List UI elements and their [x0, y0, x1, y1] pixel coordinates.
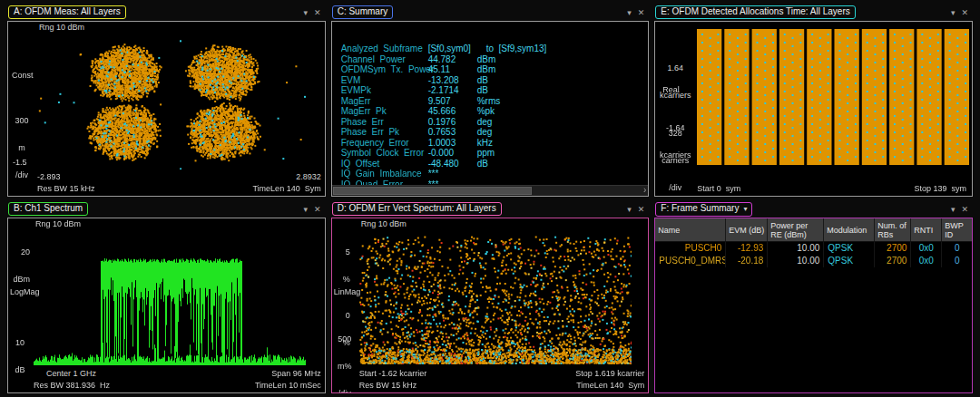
panel-f-titlebar: F: Frame Summary▾ ▾ ✕	[654, 201, 973, 218]
close-icon[interactable]: ✕	[638, 6, 645, 19]
panel-detected-allocations: E: OFDM Detected Allocations Time: All L…	[654, 5, 973, 197]
panel-summary: C: Summary ▾ ✕ Analyzed Subframe[Sf0,sym…	[331, 5, 650, 197]
x-axis-start-label: Start -1.62 kcarrier	[359, 369, 427, 378]
panel-f-table-area: NameEVM (dB)Power per RE (dBm)Modulation…	[654, 218, 973, 393]
table-cell: 0x0	[911, 242, 942, 255]
menu-icon[interactable]: ▾	[304, 203, 309, 216]
summary-label: MagErr	[341, 96, 428, 106]
scroll-right-icon[interactable]: ›	[643, 186, 646, 195]
close-icon[interactable]: ✕	[961, 6, 968, 19]
summary-value: 0.1976	[428, 117, 474, 127]
spectrum-plot[interactable]	[34, 229, 306, 365]
summary-value: 0.7653	[428, 127, 474, 137]
close-icon[interactable]: ✕	[314, 6, 321, 19]
summary-row: MagErr Pk45.666%pk	[341, 106, 645, 117]
summary-value: 1.0003	[428, 138, 474, 148]
panel-a-title[interactable]: A: OFDM Meas: All Layers	[8, 5, 126, 19]
summary-unit: to [Sf9,sym13]	[486, 44, 547, 53]
x-axis-stop-label: Stop 139 sym	[914, 184, 966, 193]
table-cell: 0x0	[911, 255, 942, 267]
scale-div: /div	[8, 170, 35, 179]
table-row[interactable]: PUSCH0-12.9310.00QPSK27000x00	[655, 242, 972, 255]
table-row[interactable]: PUSCH0_DMRS-20.1810.00QPSK27000x00	[655, 255, 972, 267]
panel-f-title-text: F: Frame Summary	[661, 203, 739, 213]
column-header: EVM (dB)	[726, 218, 768, 241]
scale-per-div-label: 10 dB /div	[8, 320, 32, 393]
summary-unit: dB	[477, 159, 488, 169]
scale-value: 300	[8, 116, 35, 125]
table-header-row: NameEVM (dB)Power per RE (dBm)Modulation…	[655, 218, 972, 242]
panel-b-plot-area: Rng 10 dBm 20 dBm LogMag 10 dB /div Cent…	[7, 218, 326, 393]
summary-value: -48.480	[428, 159, 474, 169]
panel-f-window-controls: ▾ ✕	[951, 203, 968, 216]
summary-label: Channel Power	[341, 54, 428, 64]
panel-b-window-controls: ▾ ✕	[304, 203, 321, 216]
time-len-label: TimeLen 140 Sym	[252, 184, 320, 193]
close-icon[interactable]: ✕	[961, 203, 968, 216]
panel-d-title[interactable]: D: OFDM Err Vect Spectrum: All Layers	[332, 202, 502, 216]
summary-value: [Sf0,sym0]	[428, 44, 474, 53]
allocations-plot[interactable]	[697, 29, 969, 165]
summary-label: Symbol Clock Error	[341, 148, 428, 158]
panel-a-plot-area: Rng 10 dBm Const 300 m /div -1.5 -2.893 …	[7, 21, 326, 197]
error-vector-spectrum-plot[interactable]	[359, 229, 632, 365]
summary-value: 45.666	[428, 106, 474, 116]
res-bw-label: Res BW 15 kHz	[37, 184, 95, 193]
range-label: Rng 10 dBm	[35, 219, 81, 228]
scale-div: /div	[332, 389, 358, 393]
dropdown-icon[interactable]: ▾	[743, 205, 747, 213]
scrollbar-thumb[interactable]	[333, 187, 533, 195]
scale-div: /div	[655, 183, 695, 192]
horizontal-scrollbar[interactable]: ›	[332, 185, 649, 196]
y-axis-min-label: -1.64 kcarriers	[655, 105, 695, 178]
y-min-value: 0	[332, 311, 350, 320]
y-axis-min-label: -1.5	[13, 158, 27, 167]
summary-value: 44.782	[428, 54, 474, 64]
frame-summary-table: NameEVM (dB)Power per RE (dBm)Modulation…	[655, 218, 972, 267]
panel-c-title[interactable]: C: Summary	[332, 5, 394, 19]
column-header: Modulation	[824, 218, 875, 241]
summary-label: IQ Offset	[341, 159, 428, 169]
summary-list: Analyzed Subframe[Sf0,sym0]to [Sf9,sym13…	[341, 44, 645, 186]
summary-unit: ppm	[477, 148, 495, 158]
table-cell: 2700	[875, 242, 911, 255]
menu-icon[interactable]: ▾	[627, 203, 632, 216]
trace-format-label: Const	[12, 71, 34, 80]
panel-c-titlebar: C: Summary ▾ ✕	[331, 5, 650, 21]
menu-icon[interactable]: ▾	[304, 6, 309, 19]
summary-unit: dB	[477, 85, 488, 95]
panel-e-title[interactable]: E: OFDM Detected Allocations Time: All L…	[655, 5, 855, 19]
column-header: Power per RE (dBm)	[768, 218, 824, 241]
range-label: Rng 10 dBm	[39, 23, 84, 32]
time-len-label: TimeLen 10 mSec	[255, 381, 321, 390]
scale-div: /div	[8, 392, 32, 393]
y-max-value: 1.64	[655, 63, 695, 73]
panel-a-window-controls: ▾ ✕	[304, 6, 321, 19]
menu-icon[interactable]: ▾	[951, 6, 956, 19]
x-axis-span-label: Span 96 MHz	[271, 369, 321, 378]
close-icon[interactable]: ✕	[638, 203, 645, 216]
scale-per-div-label: 300 m /div	[8, 98, 35, 197]
summary-label: EVM	[341, 75, 428, 85]
summary-value: 9.507	[428, 96, 474, 106]
close-icon[interactable]: ✕	[314, 203, 321, 216]
summary-unit: dBm	[477, 54, 496, 64]
panel-frame-summary: F: Frame Summary▾ ▾ ✕ NameEVM (dB)Power …	[654, 201, 973, 393]
panel-e-window-controls: ▾ ✕	[951, 6, 968, 19]
menu-icon[interactable]: ▾	[627, 6, 632, 19]
panel-f-title[interactable]: F: Frame Summary▾	[655, 202, 752, 217]
y-max-value: 5	[332, 247, 350, 257]
panel-b-title[interactable]: B: Ch1 Spectrum	[8, 202, 88, 216]
menu-icon[interactable]: ▾	[951, 203, 956, 216]
summary-label: Analyzed Subframe	[341, 44, 428, 53]
column-header: RNTI	[911, 218, 942, 241]
constellation-plot[interactable]	[37, 34, 309, 169]
panel-a-titlebar: A: OFDM Meas: All Layers ▾ ✕	[7, 5, 326, 21]
panel-ofdm-meas: A: OFDM Meas: All Layers ▾ ✕ Rng 10 dBm …	[7, 5, 326, 197]
summary-unit: deg	[477, 117, 493, 127]
panel-e-titlebar: E: OFDM Detected Allocations Time: All L…	[654, 5, 973, 21]
panel-err-vect-spectrum: D: OFDM Err Vect Spectrum: All Layers ▾ …	[331, 201, 650, 393]
table-cell: QPSK	[824, 255, 875, 267]
summary-row: OFDMSym Tx. Power45.11dBm	[341, 64, 645, 75]
scale-unit: dB	[8, 365, 32, 374]
